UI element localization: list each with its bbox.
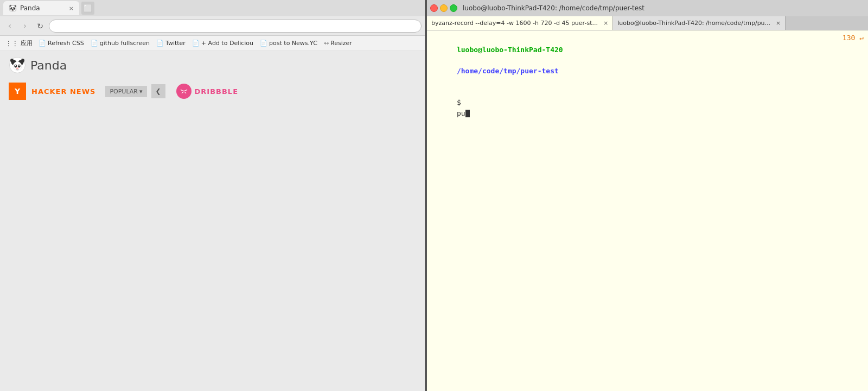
terminal-tab-byzanz[interactable]: byzanz-record --delay=4 -w 1600 -h 720 -…: [427, 16, 613, 30]
arrow-left-button[interactable]: ❮: [151, 84, 165, 98]
svg-point-8: [16, 67, 19, 68]
doc-icon: 📄: [156, 40, 164, 47]
window-divider: [425, 0, 427, 391]
forward-button[interactable]: ›: [18, 20, 31, 33]
terminal-minimize-button[interactable]: [440, 4, 448, 12]
back-button[interactable]: ‹: [3, 20, 16, 33]
svg-point-6: [15, 65, 16, 66]
back-icon: ‹: [8, 21, 11, 31]
terminal-titlebar: luobo@luobo-ThinkPad-T420: /home/code/tm…: [427, 0, 868, 16]
tab-label: Panda: [20, 4, 40, 12]
terminal-window: luobo@luobo-ThinkPad-T420: /home/code/tm…: [427, 0, 868, 391]
terminal-line-number: 130 ↵: [843, 34, 864, 42]
doc-icon: 📄: [39, 40, 46, 47]
terminal-tab-close[interactable]: ×: [776, 20, 781, 27]
forward-icon: ›: [23, 21, 27, 31]
doc-icon: 📄: [91, 40, 98, 47]
popular-arrow-icon: ▾: [139, 88, 143, 95]
terminal-maximize-button[interactable]: [450, 4, 457, 12]
bookmark-github-fullscreen[interactable]: 📄 github fullscreen: [88, 39, 152, 48]
browser-tab-panda[interactable]: 🐼 Panda ×: [3, 1, 79, 15]
terminal-tabs: byzanz-record --delay=4 -w 1600 -h 720 -…: [427, 16, 868, 30]
bookmark-label: Refresh CSS: [48, 40, 84, 47]
terminal-tab-label: luobo@luobo-ThinkPad-T420: /home/code/tm…: [617, 20, 770, 27]
refresh-button[interactable]: ↻: [34, 20, 47, 33]
bookmark-twitter[interactable]: 📄 Twitter: [154, 39, 188, 48]
doc-icon: 📄: [260, 40, 267, 47]
hn-icon: Y: [9, 83, 26, 100]
terminal-title-text: luobo@luobo-ThinkPad-T420: /home/code/tm…: [459, 4, 865, 12]
hn-icon-label: Y: [15, 87, 20, 96]
panda-page-title: Panda: [30, 59, 67, 72]
terminal-close-button[interactable]: [430, 4, 438, 12]
apps-label: 应用: [21, 39, 33, 47]
bookmark-label: post to News.YC: [269, 40, 317, 47]
doc-icon: 📄: [192, 40, 200, 47]
terminal-tab-luobo[interactable]: luobo@luobo-ThinkPad-T420: /home/code/tm…: [613, 16, 786, 30]
terminal-prompt-line: luobo@luobo-ThinkPad-T420 /home/code/tmp…: [431, 34, 864, 87]
terminal-space: [457, 56, 461, 64]
terminal-cursor: [465, 110, 470, 117]
terminal-tab-close[interactable]: ×: [603, 20, 608, 27]
panda-nav: Y HACKER NEWS POPULAR ▾ ❮: [0, 79, 425, 103]
browser-titlebar: 🐼 Panda × ⬜: [0, 0, 425, 16]
arrow-left-icon: ❮: [155, 87, 161, 95]
bookmark-label: + Add to Deliciou: [201, 40, 253, 47]
bookmark-newsyc[interactable]: 📄 post to News.YC: [257, 39, 320, 48]
bookmark-refresh-css[interactable]: 📄 Refresh CSS: [36, 39, 87, 48]
dribbble-source[interactable]: DRIBBBLE: [176, 84, 239, 99]
bookmarks-bar: ⋮⋮ 应用 📄 Refresh CSS 📄 github fullscreen …: [0, 36, 425, 51]
popular-button[interactable]: POPULAR ▾: [105, 86, 146, 97]
terminal-content: luobo@luobo-ThinkPad-T420 /home/code/tmp…: [427, 30, 868, 391]
resize-icon: ↔: [324, 40, 329, 47]
popular-label: POPULAR: [110, 88, 138, 95]
tab-favicon: 🐼: [9, 4, 17, 12]
dribbble-icon: [176, 84, 192, 99]
new-tab-icon: ⬜: [84, 4, 92, 12]
apps-grid-icon: ⋮⋮: [5, 40, 18, 47]
apps-menu[interactable]: ⋮⋮ 应用: [3, 38, 35, 48]
svg-point-7: [18, 65, 20, 66]
terminal-command-line: $ pu: [431, 87, 864, 129]
refresh-icon: ↻: [37, 22, 43, 30]
terminal-command: pu: [457, 109, 465, 117]
panda-header: Panda: [0, 51, 425, 79]
browser-content: Panda Y HACKER NEWS POPULAR ▾ ❮: [0, 51, 425, 391]
bookmark-resizer[interactable]: ↔ Resizer: [321, 39, 355, 48]
bookmark-label: github fullscreen: [100, 40, 150, 47]
browser-toolbar: ‹ › ↻: [0, 16, 425, 36]
bookmark-label: Twitter: [165, 40, 186, 47]
hacker-news-source[interactable]: Y HACKER NEWS: [9, 83, 101, 100]
address-bar[interactable]: [49, 20, 422, 33]
bookmark-label: Resizer: [330, 40, 352, 47]
tab-close-button[interactable]: ×: [69, 5, 74, 12]
hn-label: HACKER NEWS: [26, 87, 101, 96]
terminal-tab-label: byzanz-record --delay=4 -w 1600 -h 720 -…: [431, 20, 598, 27]
terminal-user: luobo@luobo-ThinkPad-T420: [457, 46, 563, 54]
terminal-path: /home/code/tmp/puer-test: [457, 67, 559, 75]
dribbble-label: DRIBBBLE: [195, 87, 239, 96]
terminal-enter-icon: ↵: [859, 34, 864, 42]
panda-logo: [9, 56, 26, 74]
terminal-prompt-symbol: $: [457, 98, 465, 106]
new-tab-button[interactable]: ⬜: [81, 2, 94, 15]
bookmark-add-delicious[interactable]: 📄 + Add to Deliciou: [189, 39, 256, 48]
